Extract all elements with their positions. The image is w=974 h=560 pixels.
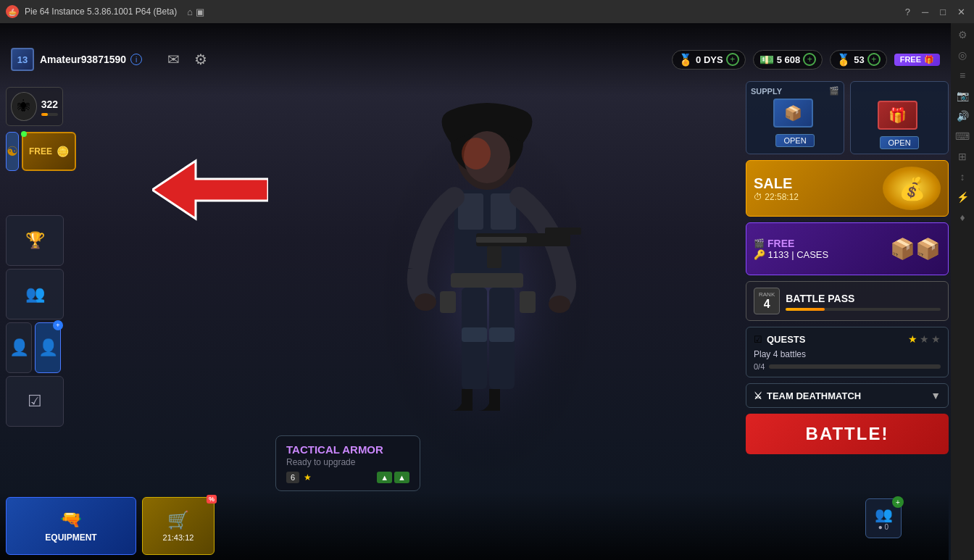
- supply-open-btn-2[interactable]: OPEN: [880, 136, 918, 149]
- sidebar-item-add-friend[interactable]: 👤 +: [35, 322, 61, 373]
- rank-bar: [41, 113, 58, 116]
- game-right-panel: SUPPLY 🎬 📦 OPEN 🎁 OPEN SALE ⏱ 22:58:1: [746, 81, 949, 454]
- dys-currency: 🏅 0 DYS +: [672, 50, 746, 70]
- sidebar-item-friends[interactable]: 👤: [6, 322, 32, 373]
- currencies: 🏅 0 DYS + 💵 5 608 + 🥇 53 + FREE 🎁: [672, 50, 940, 70]
- bp-info: BATTLE PASS: [786, 292, 941, 311]
- bs-icon-9[interactable]: ⚡: [957, 191, 969, 203]
- home-icon[interactable]: ⌂: [187, 7, 193, 17]
- window-controls: ? ─ □ ✕: [902, 7, 968, 17]
- quest-bar: [769, 364, 941, 369]
- svg-rect-11: [487, 246, 501, 268]
- mail-icon[interactable]: ✉: [167, 51, 180, 68]
- svg-rect-12: [545, 227, 581, 235]
- battle-button[interactable]: BATTLE!: [746, 414, 949, 454]
- game-area: ⚙ ◎ ≡ 📷 🔊 ⌨ ⊞ ↕ ⚡ ♦ 13 Amateur93871590 i…: [0, 23, 974, 560]
- red-arrow-indicator: [152, 157, 268, 222]
- help-btn[interactable]: ?: [902, 7, 913, 17]
- gold-add-btn[interactable]: +: [867, 53, 881, 66]
- bp-rank-badge: RANK 4: [754, 288, 780, 314]
- trophy-icon: 🏆: [25, 231, 45, 250]
- quest-progress-text: 0/4: [754, 362, 765, 371]
- bs-icon-4[interactable]: 📷: [957, 90, 969, 101]
- window-icon[interactable]: ▣: [196, 7, 204, 17]
- film-icon: 🎬: [754, 238, 765, 248]
- sidebar-item-missions[interactable]: ☑: [6, 376, 64, 427]
- tactical-stars-row: 6 ★ ▲ ▲: [286, 472, 409, 483]
- add-friend-button[interactable]: + 👥 ● 0: [865, 498, 902, 538]
- sidebar-item-clan[interactable]: 👥: [6, 269, 64, 319]
- tactical-level: 6: [286, 472, 299, 483]
- supply-film-icon[interactable]: 🎬: [829, 86, 839, 96]
- bs-icon-1[interactable]: ⚙: [958, 29, 967, 41]
- dys-add-btn[interactable]: +: [726, 53, 739, 66]
- left-sidebar: 🕷 322 ☯ FREE 🪙: [0, 81, 69, 180]
- sidebar-item-leaderboard[interactable]: 🏆: [6, 215, 64, 266]
- minimize-btn[interactable]: ─: [919, 7, 931, 17]
- dys-value: 0 DYS: [696, 54, 723, 65]
- svg-rect-21: [520, 291, 536, 313]
- supply-item-1[interactable]: SUPPLY 🎬 📦 OPEN: [746, 81, 844, 154]
- player-name-row: Amateur93871590 i: [40, 54, 142, 65]
- bs-icon-10[interactable]: ♦: [960, 212, 965, 223]
- bs-icon-7[interactable]: ⊞: [958, 151, 967, 162]
- free-badge[interactable]: FREE 🎁: [894, 54, 940, 66]
- boost-icon: ☯: [7, 143, 18, 159]
- settings-icon[interactable]: ⚙: [194, 51, 207, 68]
- equipment-button[interactable]: 🔫 EQUIPMENT: [6, 497, 136, 555]
- shop-button[interactable]: % 🛒 21:43:12: [142, 497, 215, 555]
- bs-icon-8[interactable]: ↕: [960, 171, 965, 183]
- bs-icon-3[interactable]: ≡: [960, 70, 965, 81]
- cart-icon: 🛒: [167, 510, 189, 530]
- free-boost-label: FREE: [29, 146, 52, 156]
- friend-count: ● 0: [878, 523, 888, 531]
- tactical-armor-popup[interactable]: TACTICAL ARMOR Ready to upgrade 6 ★ ▲ ▲: [275, 435, 420, 491]
- bs-icon-5[interactable]: 🔊: [957, 110, 969, 122]
- mode-selector[interactable]: ⚔ TEAM DEATHMATCH ▼: [746, 383, 949, 408]
- boost-nav-item[interactable]: ☯: [6, 132, 19, 171]
- quest-subtitle: Play 4 battles: [754, 349, 941, 359]
- rank-bar-fill: [41, 113, 48, 116]
- bp-bar-fill: [786, 308, 824, 311]
- clan-icon: 👥: [25, 285, 45, 304]
- free-cases-count: 🔑 1133 | CASES: [754, 249, 828, 260]
- quests-checkbox-icon: ☑: [754, 334, 762, 345]
- add-friend-area: + 👥 ● 0: [865, 498, 902, 538]
- bottom-bar: 🔫 EQUIPMENT % 🛒 21:43:12: [0, 491, 949, 560]
- rank-icon: 🕷: [11, 92, 37, 121]
- supply-icon-area-2: 🎁: [878, 101, 921, 133]
- bp-bar: [786, 308, 941, 311]
- supply-open-btn-1[interactable]: OPEN: [775, 134, 814, 147]
- percent-badge: %: [207, 495, 217, 503]
- gold-value: 53: [854, 54, 864, 65]
- add-friend-badge: +: [53, 320, 63, 330]
- maximize-btn[interactable]: □: [937, 7, 949, 17]
- svg-point-5: [462, 138, 491, 170]
- rank-info: 322: [41, 98, 58, 116]
- quest-star-2: ★: [920, 333, 929, 345]
- supply-icon-area-1: 📦: [773, 99, 817, 131]
- supply-item-2[interactable]: 🎁 OPEN: [850, 81, 949, 154]
- free-boost-button[interactable]: FREE 🪙: [22, 132, 76, 171]
- mode-icon: ⚔: [754, 390, 762, 401]
- sale-banner[interactable]: SALE ⏱ 22:58:12 💰: [746, 160, 949, 217]
- battle-pass[interactable]: RANK 4 BATTLE PASS: [746, 281, 949, 321]
- dys-icon: 🏅: [678, 53, 693, 67]
- quests-panel[interactable]: ☑ QUESTS ★ ★ ★ Play 4 battles 0/4: [746, 327, 949, 377]
- green-dot: [21, 131, 27, 137]
- free-label: FREE: [900, 55, 921, 64]
- close-btn[interactable]: ✕: [954, 7, 968, 17]
- cash-add-btn[interactable]: +: [803, 53, 816, 66]
- svg-point-15: [549, 296, 570, 313]
- free-cases-banner[interactable]: 🎬 FREE 🔑 1133 | CASES 📦📦: [746, 222, 949, 275]
- left-sidebar-nav: 🏆 👥 👤 👤 + ☑: [6, 215, 64, 427]
- missions-icon: ☑: [28, 392, 42, 411]
- player-info-icon[interactable]: i: [130, 54, 142, 65]
- cash-icon: 💵: [759, 53, 774, 67]
- title-bar: 🥧 Pie 64 Instance 5.3.86.1001 P64 (Beta)…: [0, 0, 974, 23]
- bs-icon-2[interactable]: ◎: [958, 49, 967, 61]
- svg-marker-0: [152, 161, 268, 219]
- sale-timer: ⏱ 22:58:12: [754, 192, 799, 202]
- add-friend-icon: 👤: [38, 338, 58, 357]
- bs-icon-6[interactable]: ⌨: [955, 130, 970, 142]
